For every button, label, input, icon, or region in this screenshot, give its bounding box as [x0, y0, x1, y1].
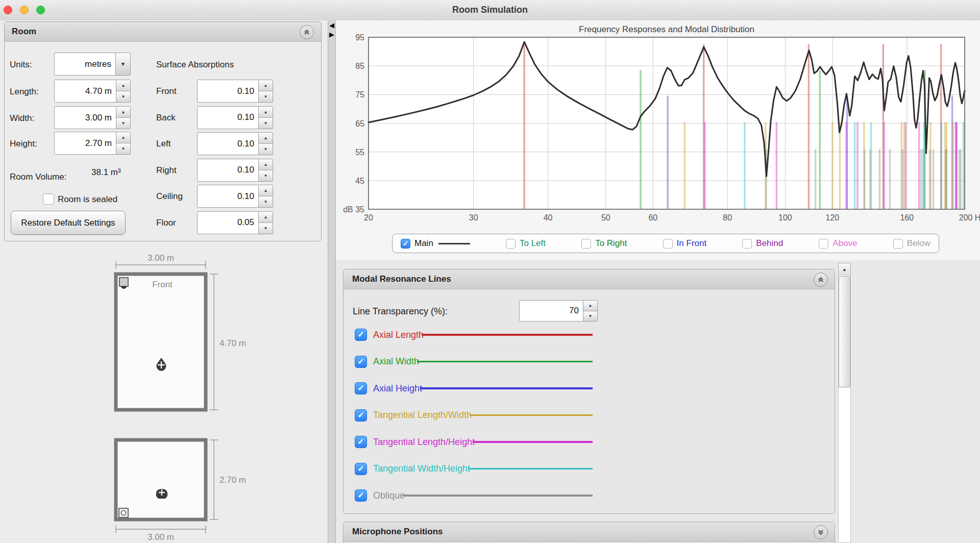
modal-line-checkbox[interactable]: ✓ [355, 356, 367, 368]
microphone-positions-header: Microphone Positions [344, 522, 835, 542]
absorption-front-label: Front [156, 86, 177, 96]
legend-checkbox[interactable] [581, 239, 591, 249]
increment-button[interactable]: ▲ [259, 212, 273, 223]
units-value: metres [55, 53, 115, 75]
legend-checkbox[interactable] [742, 239, 752, 249]
width-decrement-button[interactable]: ▼ [116, 118, 130, 129]
restore-default-settings-button[interactable]: Restore Default Settings [11, 211, 126, 235]
x-tick-label: 100 [778, 213, 792, 222]
absorption-right-spinner[interactable]: 0.10 ▲▼ [197, 159, 273, 182]
modal-line-row-oblique: ✓Oblique [355, 488, 593, 503]
modal-line-swatch [422, 334, 593, 336]
room-collapse-button[interactable] [300, 25, 314, 39]
x-tick-label: 160 [900, 213, 914, 222]
modal-line-label: Axial Length [373, 330, 424, 340]
absorption-front-spinner[interactable]: 0.10 ▲▼ [197, 80, 273, 103]
units-combobox[interactable]: metres ▼ [54, 53, 131, 76]
modal-line-row-axial-height: ✓Axial Height [355, 381, 593, 396]
absorption-value: 0.10 [198, 159, 258, 181]
height-spinner[interactable]: 2.70 m ▲▼ [54, 132, 131, 155]
modal-resonance-collapse-button[interactable] [814, 273, 828, 287]
modal-line-row-tangential-width-height: ✓Tangential Width/Height [355, 461, 593, 477]
absorption-left-spinner[interactable]: 0.10 ▲▼ [197, 132, 273, 155]
modal-line-checkbox[interactable]: ✓ [355, 409, 367, 422]
modal-line-checkbox[interactable]: ✓ [355, 436, 367, 448]
room-simulation-window: { "window": { "title": "Room Simulation"… [0, 0, 980, 543]
length-decrement-button[interactable]: ▼ [116, 91, 130, 102]
modal-line-checkbox[interactable]: ✓ [355, 329, 367, 341]
length-value: 4.70 m [55, 80, 116, 102]
legend-checkbox[interactable] [663, 239, 673, 249]
top-view-front-label: Front [152, 280, 173, 289]
increment-button[interactable]: ▲ [259, 80, 273, 91]
top-view-length-dimension [210, 274, 218, 410]
increment-button[interactable]: ▲ [259, 185, 273, 196]
modal-line-swatch [473, 441, 593, 443]
absorption-back-label: Back [156, 113, 176, 123]
y-tick-label: 65 [355, 119, 364, 128]
absorption-floor-spinner[interactable]: 0.05 ▲▼ [197, 211, 273, 234]
modal-line-swatch [470, 414, 593, 416]
decrement-button[interactable]: ▼ [259, 223, 273, 234]
absorption-back-spinner[interactable]: 0.10 ▲▼ [197, 106, 273, 129]
vertical-scrollbar[interactable]: ▲ [838, 263, 851, 543]
decrement-button[interactable]: ▼ [259, 144, 273, 155]
window-title: Room Simulation [0, 0, 980, 20]
front-view-room[interactable] [116, 440, 206, 520]
width-spinner[interactable]: 3.00 m ▲▼ [54, 106, 131, 129]
increment-button[interactable]: ▲ [259, 133, 273, 144]
increment-button[interactable]: ▲ [259, 159, 273, 170]
length-label: Length: [10, 87, 39, 97]
modal-line-label: Tangential Length/Width [373, 410, 472, 421]
length-increment-button[interactable]: ▲ [116, 80, 130, 91]
decrement-button[interactable]: ▼ [259, 196, 273, 207]
legend-checkbox[interactable] [819, 239, 828, 249]
modal-line-swatch [468, 468, 593, 470]
transparency-increment-button[interactable]: ▲ [583, 301, 597, 311]
microphone-positions-title: Microphone Positions [352, 522, 443, 541]
top-view-room[interactable] [116, 274, 206, 410]
height-increment-button[interactable]: ▲ [116, 132, 130, 143]
combo-arrow-icon[interactable]: ▼ [115, 53, 130, 75]
modal-line-checkbox[interactable]: ✓ [355, 463, 367, 475]
absorption-left-label: Left [156, 139, 170, 149]
room-volume-value: 38.1 m³ [91, 167, 121, 178]
width-increment-button[interactable]: ▲ [116, 107, 130, 118]
legend-checkbox[interactable] [893, 239, 903, 249]
scrollbar-thumb[interactable] [839, 276, 850, 387]
line-transparency-spinner[interactable]: 70 ▲▼ [519, 300, 598, 322]
microphone-positions-expand-button[interactable] [814, 525, 828, 539]
modal-line-checkbox[interactable]: ✓ [355, 489, 367, 502]
absorption-ceiling-spinner[interactable]: 0.10 ▲▼ [197, 185, 273, 208]
decrement-button[interactable]: ▼ [259, 118, 273, 129]
absorption-value: 0.10 [198, 133, 258, 155]
chart-title: Frequency Responses and Modal Distributi… [579, 24, 754, 34]
legend-checkbox[interactable] [506, 239, 516, 249]
expand-right-icon[interactable]: ▶ [328, 31, 335, 39]
x-tick-label: 80 [723, 213, 732, 222]
transparency-decrement-button[interactable]: ▼ [583, 311, 597, 322]
collapse-left-icon[interactable]: ◀ [328, 21, 335, 30]
modal-resonance-panel: Modal Resonance Lines Line Transparency … [343, 269, 835, 514]
y-tick-label: 45 [355, 177, 364, 185]
height-decrement-button[interactable]: ▼ [116, 143, 130, 154]
increment-button[interactable]: ▲ [259, 107, 273, 118]
legend-checkbox[interactable]: ✓ [401, 239, 410, 249]
decrement-button[interactable]: ▼ [259, 170, 273, 181]
scroll-up-button[interactable]: ▲ [838, 263, 851, 277]
panel-splitter[interactable]: ◀ ▶ [328, 20, 336, 543]
room-sealed-checkbox[interactable] [43, 193, 54, 205]
front-view-speaker-icon[interactable] [119, 508, 128, 517]
x-tick-label: 20 [364, 213, 373, 222]
modal-line-row-axial-length: ✓Axial Length [355, 327, 593, 342]
modal-line-checkbox[interactable]: ✓ [355, 382, 367, 394]
modal-resonance-title: Modal Resonance Lines [352, 269, 451, 289]
legend-label: To Left [520, 238, 546, 249]
length-spinner[interactable]: 4.70 m ▲▼ [54, 80, 131, 103]
modal-line-label: Tangential Width/Height [373, 463, 470, 474]
front-view-height-label: 2.70 m [219, 475, 246, 485]
decrement-button[interactable]: ▼ [259, 91, 273, 102]
front-view-listener-icon[interactable] [156, 489, 168, 499]
legend-label: To Right [595, 238, 627, 249]
modal-line-swatch [403, 495, 593, 497]
